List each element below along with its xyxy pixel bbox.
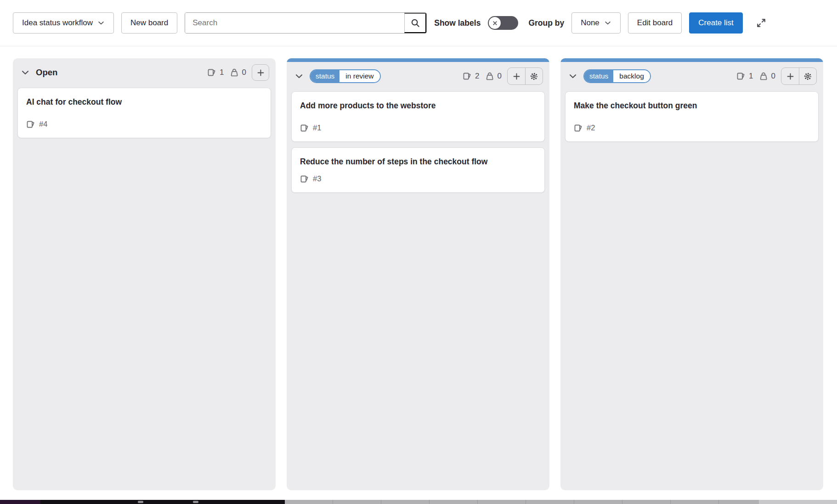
issue-board-app: Idea status workflow New board Show labe… <box>0 0 837 500</box>
collapse-column-button[interactable] <box>20 67 30 78</box>
chevron-down-icon <box>604 19 611 27</box>
background-window-edge <box>0 500 837 504</box>
issue-icon <box>574 123 583 133</box>
show-labels-label: Show labels <box>434 18 481 28</box>
issue-icon <box>26 120 35 129</box>
issue-ref: #1 <box>313 123 321 132</box>
show-labels-toggle[interactable] <box>488 16 518 30</box>
gear-icon <box>530 72 538 81</box>
group-by-label: Group by <box>528 18 564 28</box>
issue-meta: #3 <box>300 174 536 184</box>
issue-title[interactable]: AI chat for checkout flow <box>26 97 262 107</box>
issue-ref: #2 <box>587 123 595 132</box>
label-scope: status <box>311 70 339 82</box>
search-icon <box>410 18 420 28</box>
label-value: backlog <box>613 70 650 82</box>
issue-count: 2 <box>463 72 479 81</box>
column-header: status in review 2 0 <box>287 62 549 90</box>
issue-icon <box>300 123 309 133</box>
column-cards: Make the checkout button green #2 <box>560 90 823 490</box>
chevron-down-icon <box>21 68 30 77</box>
plus-icon <box>512 72 521 81</box>
column-accent-bar <box>560 58 823 62</box>
issue-meta: #1 <box>300 123 536 133</box>
column-title: Open <box>36 67 57 78</box>
background-taskbar-light <box>285 500 837 504</box>
background-taskbar-mark <box>193 501 198 503</box>
weight-icon <box>485 72 494 81</box>
chevron-down-icon <box>97 19 105 27</box>
board-lists: Open 1 0 AI chat for checkout flow <box>0 46 837 500</box>
collapse-column-button[interactable] <box>294 71 304 81</box>
scoped-label: status in review <box>310 69 381 83</box>
group-by-value: None <box>581 18 599 28</box>
issue-count: 1 <box>736 72 753 81</box>
gear-icon <box>803 72 812 81</box>
issue-icon <box>207 68 216 77</box>
weight-count: 0 <box>759 72 775 81</box>
plus-icon <box>256 68 265 77</box>
expand-icon <box>756 17 767 28</box>
add-issue-button[interactable] <box>781 68 799 84</box>
column-header: status backlog 1 0 <box>560 62 823 90</box>
background-taskbar-dark <box>0 500 285 504</box>
new-board-button[interactable]: New board <box>121 12 177 34</box>
toggle-x-icon <box>492 20 498 27</box>
board-toolbar: Idea status workflow New board Show labe… <box>0 0 837 46</box>
add-issue-button[interactable] <box>508 68 525 84</box>
scoped-label: status backlog <box>583 69 651 83</box>
background-taskbar-segment <box>759 500 837 504</box>
issue-card[interactable]: Reduce the number of steps in the checko… <box>291 147 545 193</box>
column-actions <box>507 67 543 85</box>
plus-icon <box>786 72 795 81</box>
chevron-down-icon <box>568 72 577 81</box>
issue-title[interactable]: Make the checkout button green <box>574 101 810 111</box>
issue-meta: #2 <box>574 123 810 133</box>
column-header: Open 1 0 <box>13 58 276 87</box>
board-switcher-label: Idea status workflow <box>22 18 93 28</box>
issue-meta: #4 <box>26 120 262 129</box>
board-column-in-review: status in review 2 0 <box>287 58 549 490</box>
chevron-down-icon <box>294 72 304 81</box>
board-column-backlog: status backlog 1 0 <box>560 58 823 490</box>
search-button[interactable] <box>404 13 426 33</box>
board-search <box>185 12 427 34</box>
issue-icon <box>736 72 746 81</box>
weight-count: 0 <box>230 68 246 77</box>
collapse-column-button[interactable] <box>568 71 578 81</box>
edit-board-button[interactable]: Edit board <box>628 12 682 34</box>
background-taskbar-accent <box>0 500 40 504</box>
add-issue-button[interactable] <box>252 64 269 81</box>
issue-count: 1 <box>207 68 224 77</box>
list-settings-button[interactable] <box>799 68 816 84</box>
label-scope: status <box>584 70 613 82</box>
list-settings-button[interactable] <box>525 68 543 84</box>
fullscreen-button[interactable] <box>751 13 771 33</box>
issue-card[interactable]: Add more products to the webstore #1 <box>291 91 545 142</box>
background-taskbar-mark <box>138 501 143 503</box>
board-column-open: Open 1 0 AI chat for checkout flow <box>13 58 276 490</box>
issue-ref: #3 <box>313 174 321 183</box>
issue-ref: #4 <box>39 120 47 129</box>
issue-title[interactable]: Reduce the number of steps in the checko… <box>300 157 536 167</box>
column-accent-bar <box>287 58 549 62</box>
column-actions <box>781 67 817 85</box>
toggle-knob <box>489 17 501 29</box>
issue-title[interactable]: Add more products to the webstore <box>300 101 536 111</box>
label-value: in review <box>339 70 379 82</box>
group-by-dropdown[interactable]: None <box>571 12 621 34</box>
create-list-button[interactable]: Create list <box>689 12 743 34</box>
issue-card[interactable]: Make the checkout button green #2 <box>565 91 819 142</box>
weight-icon <box>759 72 768 81</box>
column-cards: AI chat for checkout flow #4 <box>13 87 276 490</box>
issue-card[interactable]: AI chat for checkout flow #4 <box>17 88 271 138</box>
issue-icon <box>300 174 309 184</box>
board-switcher-dropdown[interactable]: Idea status workflow <box>13 12 114 34</box>
weight-count: 0 <box>485 72 502 81</box>
issue-icon <box>463 72 472 81</box>
weight-icon <box>230 68 239 77</box>
column-cards: Add more products to the webstore #1 Red… <box>287 90 549 490</box>
search-input[interactable] <box>185 13 404 33</box>
